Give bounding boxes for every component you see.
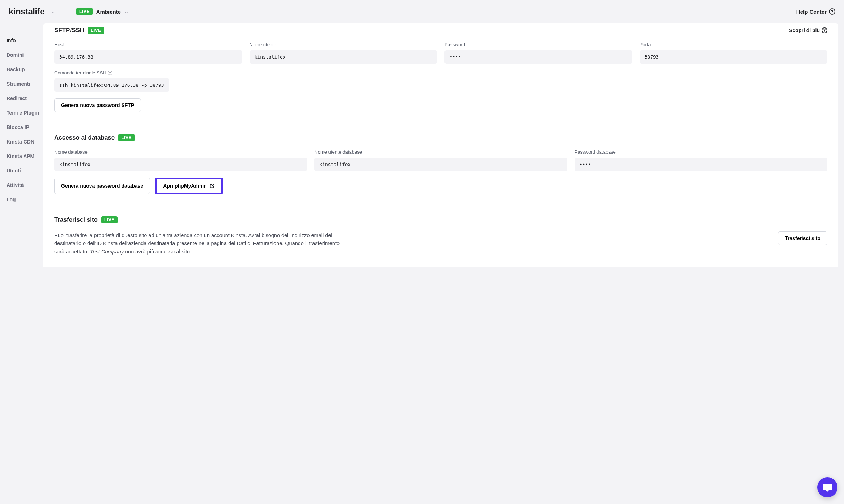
transfer-description: Puoi trasferire la proprietà di questo s…: [54, 231, 351, 256]
sidebar-item-attivita[interactable]: Attività: [7, 182, 43, 188]
section-sftp: SFTP/SSH LIVE Scopri di più ? Host 34.89…: [43, 23, 838, 124]
sftp-password-label: Password: [444, 42, 632, 47]
ssh-cmd-label-text: Comando terminale SSH: [54, 70, 106, 76]
sftp-title-text: SFTP/SSH: [54, 27, 84, 34]
sidebar-item-redirect[interactable]: Redirect: [7, 95, 43, 101]
db-name-value[interactable]: kinstalifex: [54, 158, 307, 171]
topbar-left: kinstalife ⌄ LIVE Ambiente ⌄: [9, 7, 129, 17]
db-user-field: Nome utente database kinstalifex: [314, 149, 567, 171]
site-logo[interactable]: kinstalife: [9, 7, 44, 17]
help-icon: ?: [829, 8, 835, 15]
sftp-host-value[interactable]: 34.89.176.38: [54, 50, 242, 64]
sftp-user-label: Nome utente: [250, 42, 438, 47]
help-center-text: Help Center: [796, 9, 827, 15]
sftp-port-value[interactable]: 38793: [640, 50, 828, 64]
ssh-command-field: Comando terminale SSH ? ssh kinstalifex@…: [54, 70, 169, 92]
site-switcher-chevron-icon[interactable]: ⌄: [51, 9, 55, 14]
transfer-desc-suffix: non avrà più accesso al sito.: [124, 249, 191, 255]
live-badge: LIVE: [76, 8, 93, 15]
live-badge: LIVE: [118, 134, 135, 141]
chevron-down-icon: ⌄: [124, 9, 129, 14]
db-password-value[interactable]: ••••: [575, 158, 827, 171]
db-password-field: Password database ••••: [575, 149, 827, 171]
sidebar-item-domini[interactable]: Domini: [7, 52, 43, 58]
sftp-host-label: Host: [54, 42, 242, 47]
sftp-user-field: Nome utente kinstalifex: [250, 42, 438, 64]
open-phpmyadmin-text: Apri phpMyAdmin: [163, 183, 207, 189]
section-transfer: Trasferisci sito LIVE Puoi trasferire la…: [43, 216, 838, 267]
sidebar-item-backup[interactable]: Backup: [7, 67, 43, 72]
sidebar-item-utenti[interactable]: Utenti: [7, 168, 43, 174]
sftp-port-field: Porta 38793: [640, 42, 828, 64]
transfer-company: Test Company: [90, 249, 124, 255]
live-badge: LIVE: [88, 27, 104, 34]
db-title-text: Accesso al database: [54, 134, 115, 141]
open-phpmyadmin-button[interactable]: Apri phpMyAdmin: [155, 178, 223, 194]
db-section-title: Accesso al database LIVE: [54, 134, 135, 141]
sftp-learn-more-link[interactable]: Scopri di più ?: [789, 27, 827, 33]
ssh-command-value[interactable]: ssh kinstalifex@34.89.176.38 -p 38793: [54, 78, 169, 92]
db-password-label: Password database: [575, 149, 827, 155]
sftp-host-field: Host 34.89.176.38: [54, 42, 242, 64]
db-user-label: Nome utente database: [314, 149, 567, 155]
environment-switcher[interactable]: LIVE Ambiente ⌄: [76, 8, 129, 15]
transfer-section-title: Trasferisci sito LIVE: [54, 216, 118, 223]
sidebar-item-log[interactable]: Log: [7, 197, 43, 202]
topbar: kinstalife ⌄ LIVE Ambiente ⌄ Help Center…: [0, 0, 844, 23]
db-user-value[interactable]: kinstalifex: [314, 158, 567, 171]
db-name-field: Nome database kinstalifex: [54, 149, 307, 171]
main-content: SFTP/SSH LIVE Scopri di più ? Host 34.89…: [43, 23, 838, 267]
live-badge: LIVE: [101, 216, 118, 223]
sftp-port-label: Porta: [640, 42, 828, 47]
transfer-site-button[interactable]: Trasferisci sito: [778, 231, 827, 245]
help-center-link[interactable]: Help Center ?: [796, 8, 835, 15]
sidebar: Info Domini Backup Strumenti Redirect Te…: [0, 23, 43, 267]
sidebar-item-temi[interactable]: Temi e Plugin: [7, 110, 43, 116]
sidebar-item-strumenti[interactable]: Strumenti: [7, 81, 43, 87]
svg-line-0: [212, 184, 214, 186]
help-icon[interactable]: ?: [108, 71, 112, 75]
transfer-title-text: Trasferisci sito: [54, 216, 98, 223]
sftp-password-value[interactable]: ••••: [444, 50, 632, 64]
external-link-icon: [210, 183, 215, 188]
sftp-section-title: SFTP/SSH LIVE: [54, 27, 104, 34]
generate-db-password-button[interactable]: Genera nuova password database: [54, 178, 150, 194]
sidebar-item-kinsta-cdn[interactable]: Kinsta CDN: [7, 139, 43, 145]
sidebar-item-kinsta-apm[interactable]: Kinsta APM: [7, 153, 43, 159]
environment-label: Ambiente: [96, 9, 121, 15]
db-name-label: Nome database: [54, 149, 307, 155]
ssh-command-label: Comando terminale SSH ?: [54, 70, 169, 76]
sidebar-item-info[interactable]: Info: [7, 38, 43, 43]
learn-more-text: Scopri di più: [789, 27, 820, 33]
sftp-user-value[interactable]: kinstalifex: [250, 50, 438, 64]
help-icon: ?: [822, 27, 827, 33]
sidebar-item-blocca-ip[interactable]: Blocca IP: [7, 124, 43, 130]
sftp-password-field: Password ••••: [444, 42, 632, 64]
section-database: Accesso al database LIVE Nome database k…: [43, 134, 838, 206]
generate-sftp-password-button[interactable]: Genera nuova password SFTP: [54, 98, 141, 112]
